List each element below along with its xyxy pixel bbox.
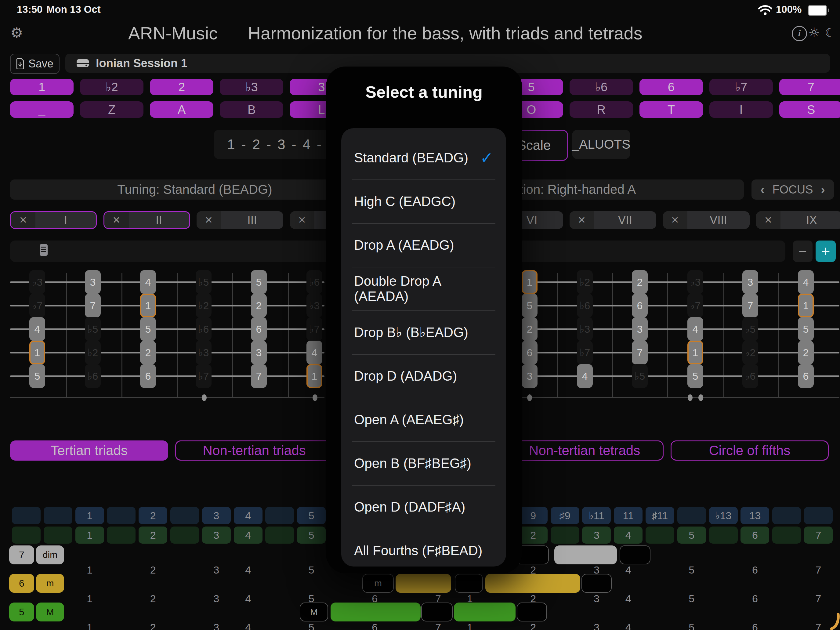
degree-cell[interactable]	[551, 527, 579, 544]
extension-cell[interactable]	[265, 507, 294, 524]
scrollbar-dot[interactable]	[202, 394, 207, 401]
chord-span-bar[interactable]	[554, 545, 617, 564]
tuning-option-Standard (BEADG)[interactable]: Standard (BEADG)✓	[341, 136, 506, 180]
fret-note-3[interactable]: 3	[742, 270, 758, 294]
fret-note-6[interactable]: 6	[140, 364, 156, 388]
chord-quality-pill-M[interactable]: M	[36, 603, 64, 621]
extension-cell[interactable]	[44, 507, 72, 524]
degree-cell[interactable]	[12, 527, 41, 544]
degree-cell[interactable]: 3	[202, 527, 231, 544]
fret-note-7[interactable]: 7	[251, 364, 267, 388]
extension-cell[interactable]	[12, 507, 41, 524]
chord-slot-pill[interactable]	[620, 545, 651, 564]
fret-note-♭3[interactable]: ♭3	[196, 341, 212, 365]
fret-note-♭6[interactable]: ♭6	[306, 270, 322, 294]
fret-note-4[interactable]: 4	[577, 364, 593, 388]
fret-note-♭6[interactable]: ♭6	[85, 364, 101, 388]
zoom-in-button[interactable]: +	[816, 240, 836, 262]
tuning-option-High C (EADGC)[interactable]: High C (EADGC)	[341, 180, 506, 223]
extension-cell[interactable]: 11	[614, 507, 643, 524]
dark-mode-moon-icon[interactable]: ☾	[825, 26, 836, 39]
fret-note-♭2[interactable]: ♭2	[742, 341, 758, 365]
tuning-option-Drop D (ADADG)[interactable]: Drop D (ADADG)	[341, 354, 506, 398]
degree-cell[interactable]	[772, 527, 801, 544]
settings-gear-icon[interactable]: ⚙	[10, 24, 23, 41]
fretboard-left-scrollbar[interactable]	[10, 397, 324, 398]
degree-cell[interactable]: 1	[76, 527, 104, 544]
degree-cell[interactable]: 7	[804, 527, 833, 544]
fret-note-♭3[interactable]: ♭3	[306, 294, 322, 317]
tuning-option-Drop B♭ (B♭EADG)[interactable]: Drop B♭ (B♭EADG)	[341, 310, 506, 354]
fret-note-7[interactable]: 7	[85, 294, 101, 317]
fret-note-4[interactable]: 4	[687, 317, 703, 341]
fret-note-4[interactable]: 4	[29, 317, 45, 341]
fret-note-5[interactable]: 5	[687, 364, 703, 388]
fret-note-♭6[interactable]: ♭6	[742, 364, 758, 388]
letter-button-B[interactable]: B	[220, 101, 283, 118]
degree-cell[interactable]: 6	[741, 527, 769, 544]
fret-note-♭6[interactable]: ♭6	[196, 317, 212, 341]
fret-note-3[interactable]: 3	[522, 364, 537, 388]
fret-note-♭5[interactable]: ♭5	[85, 317, 101, 341]
fret-note-4[interactable]: 4	[140, 270, 156, 294]
extension-cell[interactable]: 9	[519, 507, 548, 524]
fret-note-1[interactable]: 1	[687, 341, 703, 365]
fret-note-2[interactable]: 2	[798, 341, 814, 365]
letter-button-Z[interactable]: Z	[80, 101, 144, 118]
fret-note-♭3[interactable]: ♭3	[29, 270, 45, 294]
close-icon[interactable]: ✕	[663, 211, 687, 229]
degree-cell[interactable]	[265, 527, 294, 544]
degree-button-2[interactable]: 2	[150, 79, 213, 95]
fret-note-5[interactable]: 5	[29, 364, 45, 388]
tab-Non-tertian tetrads[interactable]: Non-tertian tetrads	[505, 441, 663, 461]
tab-Circle of fifths[interactable]: Circle of fifths	[671, 441, 829, 461]
fret-note-2[interactable]: 2	[140, 341, 156, 365]
chord-slot-pill[interactable]: M	[300, 603, 328, 621]
extension-cell[interactable]: 4	[234, 507, 262, 524]
letter-button-R[interactable]: R	[570, 101, 633, 118]
degree-cell[interactable]: 5	[297, 527, 326, 544]
degree-button-♭6[interactable]: ♭6	[570, 79, 633, 95]
close-icon[interactable]: ✕	[197, 211, 221, 229]
degree-cell[interactable]: 2	[139, 527, 167, 544]
degree-cell[interactable]	[709, 527, 738, 544]
close-icon[interactable]: ✕	[104, 212, 129, 228]
degree-button-♭3[interactable]: ♭3	[220, 79, 283, 95]
extension-cell[interactable]: ♯11	[646, 507, 674, 524]
extension-cell[interactable]	[677, 507, 706, 524]
fret-note-5[interactable]: 5	[798, 317, 814, 341]
extension-cell[interactable]	[171, 507, 199, 524]
fret-note-1[interactable]: 1	[140, 294, 156, 317]
fret-note-♭2[interactable]: ♭2	[577, 270, 593, 294]
fret-note-4[interactable]: 4	[306, 341, 322, 365]
fret-note-6[interactable]: 6	[632, 294, 648, 317]
chord-degree-pill-5[interactable]: 5	[9, 603, 34, 621]
fret-note-5[interactable]: 5	[522, 294, 537, 317]
fret-note-3[interactable]: 3	[632, 317, 648, 341]
position-chip-I[interactable]: ✕I	[10, 211, 97, 229]
fret-note-2[interactable]: 2	[632, 270, 648, 294]
fret-note-♭5[interactable]: ♭5	[632, 364, 648, 388]
extension-cell[interactable]: 13	[741, 507, 769, 524]
tuning-option-Double Drop A (AEADA)[interactable]: Double Drop A (AEADA)	[341, 267, 506, 310]
extension-cell[interactable]	[772, 507, 801, 524]
extension-cell[interactable]: ♯9	[551, 507, 579, 524]
degree-cell[interactable]: 4	[234, 527, 262, 544]
fret-note-6[interactable]: 6	[522, 341, 537, 365]
chord-span-bar[interactable]	[396, 574, 451, 593]
fret-note-6[interactable]: 6	[251, 317, 267, 341]
tuning-option-Open B (BF♯BEG♯)[interactable]: Open B (BF♯BEG♯)	[341, 441, 506, 485]
tuning-option-All Fourths (F♯BEAD)[interactable]: All Fourths (F♯BEAD)	[341, 529, 506, 567]
chord-span-bar[interactable]	[330, 603, 421, 621]
degree-button-♭7[interactable]: ♭7	[709, 79, 773, 95]
degree-cell[interactable]	[646, 527, 674, 544]
close-icon[interactable]: ✕	[570, 211, 594, 229]
chord-slot-pill[interactable]	[455, 574, 483, 593]
fret-note-4[interactable]: 4	[798, 270, 814, 294]
fret-note-3[interactable]: 3	[251, 341, 267, 365]
light-mode-sun-icon[interactable]: ☼	[808, 25, 820, 40]
focus-next-icon[interactable]: ›	[821, 183, 825, 197]
degree-cell[interactable]: 5	[677, 527, 706, 544]
scrollbar-dot[interactable]	[527, 394, 532, 401]
degree-cell[interactable]: 3	[582, 527, 611, 544]
